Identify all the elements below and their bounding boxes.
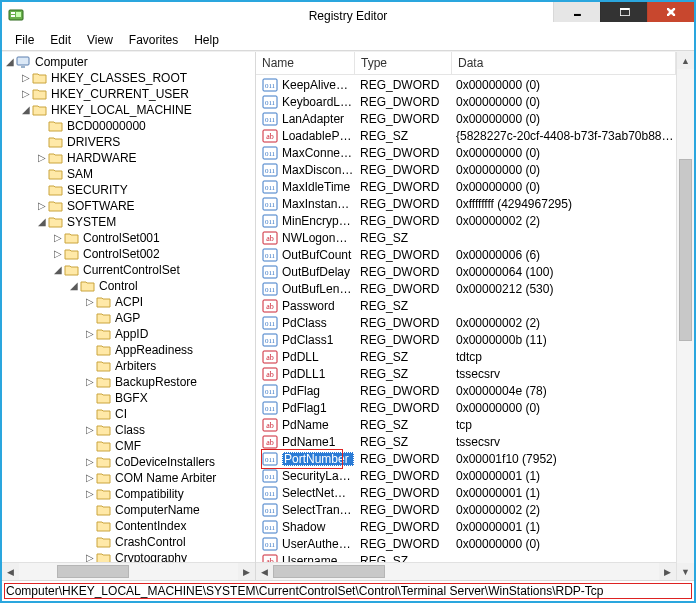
expand-icon[interactable]: ▷ — [84, 374, 95, 390]
menu-view[interactable]: View — [80, 32, 120, 48]
tree-item[interactable]: ▷CoDeviceInstallers — [4, 454, 255, 470]
tree-item[interactable]: ▷ControlSet001 — [4, 230, 255, 246]
expand-icon[interactable]: ▷ — [84, 454, 95, 470]
expand-icon[interactable]: ▷ — [84, 550, 95, 562]
value-row[interactable]: 011PdClass1REG_DWORD0x0000000b (11) — [256, 331, 676, 348]
tree-item[interactable]: ◢HKEY_LOCAL_MACHINE — [4, 102, 255, 118]
expand-icon[interactable]: ▷ — [52, 230, 63, 246]
value-row[interactable]: 011PdFlag1REG_DWORD0x00000000 (0) — [256, 399, 676, 416]
value-row[interactable]: 011PortNumberREG_DWORD0x00001f10 (7952) — [256, 450, 676, 467]
value-row[interactable]: abPdName1REG_SZtssecsrv — [256, 433, 676, 450]
expand-icon[interactable]: ▷ — [36, 150, 47, 166]
value-row[interactable]: 011MaxConnection...REG_DWORD0x00000000 (… — [256, 144, 676, 161]
collapse-icon[interactable]: ◢ — [36, 214, 47, 230]
value-row[interactable]: abLoadableProtoc...REG_SZ{5828227c-20cf-… — [256, 127, 676, 144]
value-row[interactable]: 011OutBufCountREG_DWORD0x00000006 (6) — [256, 246, 676, 263]
expand-icon[interactable]: ▷ — [84, 470, 95, 486]
value-row[interactable]: 011MinEncryptionL...REG_DWORD0x00000002 … — [256, 212, 676, 229]
collapse-icon[interactable]: ◢ — [4, 54, 15, 70]
value-row[interactable]: abPasswordREG_SZ — [256, 297, 676, 314]
tree-item[interactable]: ▷HKEY_CURRENT_USER — [4, 86, 255, 102]
value-row[interactable]: abNWLogonServerREG_SZ — [256, 229, 676, 246]
tree-item[interactable]: Arbiters — [4, 358, 255, 374]
expand-icon[interactable]: ▷ — [84, 326, 95, 342]
tree-item[interactable]: SECURITY — [4, 182, 255, 198]
maximize-button[interactable]: 🗖 — [600, 2, 647, 22]
value-row[interactable]: 011PdFlagREG_DWORD0x0000004e (78) — [256, 382, 676, 399]
col-name[interactable]: Name — [256, 52, 355, 74]
value-row[interactable]: 011MaxInstanceCo...REG_DWORD0xffffffff (… — [256, 195, 676, 212]
expand-icon[interactable]: ▷ — [84, 294, 95, 310]
expand-icon[interactable]: ▷ — [20, 86, 31, 102]
value-row[interactable]: 011OutBufLengthREG_DWORD0x00000212 (530) — [256, 280, 676, 297]
value-row[interactable]: 011MaxDisconnecti...REG_DWORD0x00000000 … — [256, 161, 676, 178]
tree-item[interactable]: ▷HKEY_CLASSES_ROOT — [4, 70, 255, 86]
tree-item[interactable]: ◢SYSTEM — [4, 214, 255, 230]
tree-item[interactable]: BCD00000000 — [4, 118, 255, 134]
tree-item[interactable]: ◢Control — [4, 278, 255, 294]
list-vscrollbar[interactable]: ▲ ▼ — [676, 52, 694, 580]
menu-file[interactable]: File — [8, 32, 41, 48]
value-row[interactable]: 011SecurityLayerREG_DWORD0x00000001 (1) — [256, 467, 676, 484]
scroll-up-icon[interactable]: ▲ — [677, 52, 694, 69]
tree-item[interactable]: ▷ACPI — [4, 294, 255, 310]
scroll-left-icon[interactable]: ◀ — [256, 563, 273, 580]
tree-item[interactable]: ▷SOFTWARE — [4, 198, 255, 214]
scroll-right-icon[interactable]: ▶ — [238, 563, 255, 580]
scroll-down-icon[interactable]: ▼ — [677, 563, 694, 580]
titlebar[interactable]: Registry Editor 🗕 🗖 🗙 — [2, 2, 694, 30]
value-row[interactable]: 011OutBufDelayREG_DWORD0x00000064 (100) — [256, 263, 676, 280]
collapse-icon[interactable]: ◢ — [68, 278, 79, 294]
collapse-icon[interactable]: ◢ — [20, 102, 31, 118]
expand-icon[interactable]: ▷ — [20, 70, 31, 86]
expand-icon[interactable]: ▷ — [52, 246, 63, 262]
expand-icon[interactable]: ▷ — [84, 422, 95, 438]
menu-edit[interactable]: Edit — [43, 32, 78, 48]
menu-favorites[interactable]: Favorites — [122, 32, 185, 48]
tree-item[interactable]: ▷Class — [4, 422, 255, 438]
value-row[interactable]: abPdDLLREG_SZtdtcp — [256, 348, 676, 365]
value-row[interactable]: 011ShadowREG_DWORD0x00000001 (1) — [256, 518, 676, 535]
list-scroll[interactable]: 011KeepAliveTimeo...REG_DWORD0x00000000 … — [256, 75, 676, 562]
value-row[interactable]: 011SelectTransportREG_DWORD0x00000002 (2… — [256, 501, 676, 518]
value-row[interactable]: 011LanAdapterREG_DWORD0x00000000 (0) — [256, 110, 676, 127]
value-row[interactable]: abPdNameREG_SZtcp — [256, 416, 676, 433]
value-row[interactable]: abPdDLL1REG_SZtssecsrv — [256, 365, 676, 382]
tree-item[interactable]: ▷AppID — [4, 326, 255, 342]
tree-item[interactable]: ▷HARDWARE — [4, 150, 255, 166]
scroll-right-icon[interactable]: ▶ — [659, 563, 676, 580]
collapse-icon[interactable]: ◢ — [52, 262, 63, 278]
tree-item[interactable]: DRIVERS — [4, 134, 255, 150]
expand-icon[interactable]: ▷ — [84, 486, 95, 502]
tree-item[interactable]: ▷COM Name Arbiter — [4, 470, 255, 486]
value-row[interactable]: 011PdClassREG_DWORD0x00000002 (2) — [256, 314, 676, 331]
tree-item[interactable]: AGP — [4, 310, 255, 326]
list-vthumb[interactable] — [679, 159, 692, 341]
tree-item[interactable]: ContentIndex — [4, 518, 255, 534]
minimize-button[interactable]: 🗕 — [553, 2, 600, 22]
tree-item[interactable]: SAM — [4, 166, 255, 182]
tree-scroll[interactable]: ◢Computer▷HKEY_CLASSES_ROOT▷HKEY_CURRENT… — [2, 52, 255, 562]
tree-item[interactable]: CI — [4, 406, 255, 422]
tree-hthumb[interactable] — [57, 565, 129, 578]
col-type[interactable]: Type — [355, 52, 452, 74]
value-row[interactable]: 011SelectNetworkD...REG_DWORD0x00000001 … — [256, 484, 676, 501]
value-row[interactable]: 011UserAuthenticat...REG_DWORD0x00000000… — [256, 535, 676, 552]
tree-item[interactable]: AppReadiness — [4, 342, 255, 358]
value-row[interactable]: 011MaxIdleTimeREG_DWORD0x00000000 (0) — [256, 178, 676, 195]
value-row[interactable]: 011KeepAliveTimeo...REG_DWORD0x00000000 … — [256, 76, 676, 93]
tree-item[interactable]: CrashControl — [4, 534, 255, 550]
tree-item[interactable]: CMF — [4, 438, 255, 454]
value-row[interactable]: 011KeyboardLayoutREG_DWORD0x00000000 (0) — [256, 93, 676, 110]
col-data[interactable]: Data — [452, 52, 676, 74]
tree-item[interactable]: ComputerName — [4, 502, 255, 518]
tree-item[interactable]: ▷ControlSet002 — [4, 246, 255, 262]
list-hscrollbar[interactable]: ◀ ▶ — [256, 562, 676, 580]
tree-hscrollbar[interactable]: ◀ ▶ — [2, 562, 255, 580]
expand-icon[interactable]: ▷ — [36, 198, 47, 214]
menu-help[interactable]: Help — [187, 32, 226, 48]
tree-item[interactable]: ◢Computer — [4, 54, 255, 70]
list-hthumb[interactable] — [273, 565, 385, 578]
scroll-left-icon[interactable]: ◀ — [2, 563, 19, 580]
close-button[interactable]: 🗙 — [647, 2, 694, 22]
